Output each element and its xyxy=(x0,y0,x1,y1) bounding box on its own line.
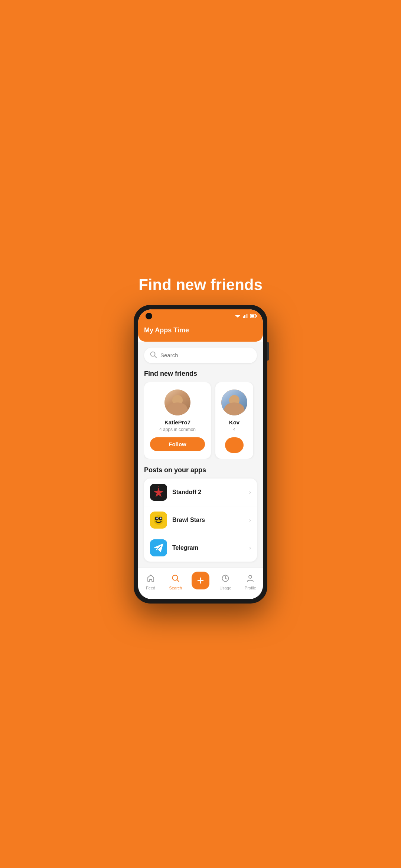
friend-apps-2: 4 xyxy=(233,427,236,432)
svg-point-17 xyxy=(156,517,158,519)
friend-card-1: KatiePro7 4 apps in common Follow xyxy=(144,382,211,459)
post-item-standoff2[interactable]: Standoff 2 › xyxy=(144,479,257,506)
camera-notch xyxy=(146,313,152,319)
svg-point-27 xyxy=(249,575,252,578)
svg-rect-6 xyxy=(256,315,257,317)
nav-item-add[interactable] xyxy=(188,572,213,593)
svg-rect-1 xyxy=(243,316,244,318)
svg-rect-2 xyxy=(244,315,245,318)
brawlstars-name: Brawl Stars xyxy=(172,517,249,523)
friends-section: Find new friends KatiePro7 4 apps in com… xyxy=(144,370,257,459)
svg-line-9 xyxy=(154,356,156,358)
svg-line-26 xyxy=(225,578,227,579)
nav-item-search[interactable]: Search xyxy=(163,574,188,590)
signal-icon xyxy=(243,314,248,318)
avatar-image-1 xyxy=(164,389,190,415)
friends-scroll: KatiePro7 4 apps in common Follow Kov 4 xyxy=(144,382,257,459)
usage-icon xyxy=(221,574,229,585)
feed-icon xyxy=(147,574,155,585)
side-button xyxy=(267,342,269,361)
usage-label: Usage xyxy=(219,586,231,590)
friend-avatar-1 xyxy=(164,389,190,415)
standoff2-icon xyxy=(150,484,167,501)
svg-point-18 xyxy=(160,517,162,519)
phone-frame: My Apps Time Find new friends xyxy=(134,305,267,604)
friends-section-heading: Find new friends xyxy=(144,370,257,378)
nav-item-profile[interactable]: Profile xyxy=(238,574,263,590)
telegram-chevron: › xyxy=(249,545,251,551)
search-bar[interactable] xyxy=(144,348,257,363)
profile-icon xyxy=(246,574,254,585)
app-header-title: My Apps Time xyxy=(144,326,189,334)
friend-avatar-2 xyxy=(221,389,247,415)
svg-marker-0 xyxy=(235,315,241,318)
bottom-nav: Feed Search xyxy=(138,568,263,599)
status-bar xyxy=(138,309,263,323)
friend-name-1: KatiePro7 xyxy=(164,419,190,425)
app-header: My Apps Time xyxy=(138,323,263,342)
svg-line-21 xyxy=(177,580,179,582)
svg-rect-3 xyxy=(246,314,247,318)
feed-label: Feed xyxy=(146,586,155,590)
post-item-telegram[interactable]: Telegram › xyxy=(144,534,257,562)
status-icons xyxy=(235,314,257,318)
svg-rect-7 xyxy=(251,315,254,317)
posts-section: Posts on your apps xyxy=(144,466,257,562)
nav-item-usage[interactable]: Usage xyxy=(213,574,238,590)
svg-rect-4 xyxy=(247,314,248,318)
battery-icon xyxy=(250,314,257,318)
svg-point-14 xyxy=(154,515,163,525)
avatar-image-2 xyxy=(221,389,247,415)
profile-label: Profile xyxy=(245,586,256,590)
brawlstars-icon xyxy=(150,512,167,529)
telegram-icon xyxy=(150,539,167,556)
main-content: Find new friends KatiePro7 4 apps in com… xyxy=(138,342,263,568)
nav-item-feed[interactable]: Feed xyxy=(138,574,163,590)
standoff2-chevron: › xyxy=(249,489,251,496)
friend-card-2: Kov 4 xyxy=(215,382,253,459)
post-item-brawlstars[interactable]: Brawl Stars › xyxy=(144,506,257,534)
page-title: Find new friends xyxy=(131,265,270,305)
standoff2-name: Standoff 2 xyxy=(172,489,249,496)
brawlstars-chevron: › xyxy=(249,517,251,523)
telegram-name: Telegram xyxy=(172,545,249,551)
posts-list: Standoff 2 › xyxy=(144,479,257,562)
search-input[interactable] xyxy=(160,352,251,358)
follow-button-1[interactable]: Follow xyxy=(150,437,205,451)
svg-rect-12 xyxy=(157,489,160,492)
friend-apps-1: 4 apps in common xyxy=(159,427,196,432)
search-icon xyxy=(150,351,157,359)
search-nav-icon xyxy=(172,574,180,585)
posts-section-heading: Posts on your apps xyxy=(144,466,257,474)
svg-rect-11 xyxy=(157,491,160,496)
add-button[interactable] xyxy=(192,572,209,589)
wifi-icon xyxy=(235,314,241,318)
follow-button-2-partial[interactable] xyxy=(225,437,244,453)
search-label: Search xyxy=(169,586,182,590)
friend-name-2: Kov xyxy=(229,419,239,425)
